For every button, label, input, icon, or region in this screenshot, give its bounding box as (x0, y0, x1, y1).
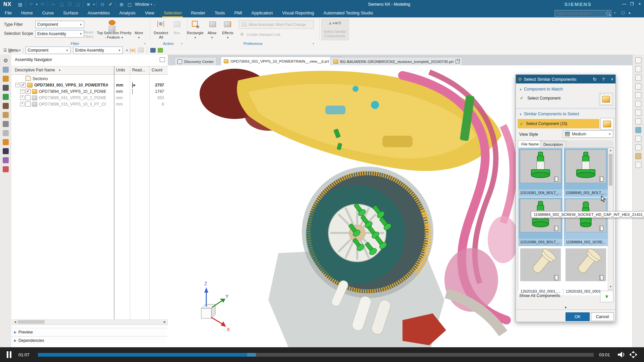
history-icon[interactable] (3, 103, 9, 109)
window-dropdown-icon[interactable]: ▾ (151, 3, 152, 6)
checkbox-checked[interactable]: ✓ (25, 89, 31, 94)
knowledge-fusion-icon[interactable] (3, 94, 9, 100)
save-icon[interactable]: ▤ (16, 1, 24, 8)
select-component-button[interactable] (599, 93, 613, 106)
scroll-down-icon[interactable]: ▼ (608, 284, 613, 289)
reuse-library-icon[interactable] (3, 121, 9, 127)
cancel-button[interactable]: Cancel (591, 312, 614, 321)
tab-curve[interactable]: Curve (38, 9, 59, 17)
tab-analysis[interactable]: Analysis (115, 9, 140, 17)
tab-pmi[interactable]: PMI (229, 9, 247, 17)
tab-file-name[interactable]: File Name (518, 140, 542, 148)
measure-icon[interactable] (635, 153, 641, 159)
show-all-components-button[interactable]: ▼ (600, 291, 613, 302)
scrollbar-thumb[interactable] (609, 154, 612, 186)
full-screen-icon[interactable]: ▢ (621, 10, 625, 15)
copy-icon[interactable]: ❏ (57, 1, 65, 8)
clip-section-icon[interactable] (635, 136, 641, 142)
annotation-pen-icon[interactable] (3, 139, 9, 145)
redo-icon[interactable]: ↷ (38, 1, 46, 8)
sort-ascending-icon[interactable]: ▲ (58, 68, 61, 71)
web-browser-icon[interactable] (3, 130, 9, 136)
dependencies-section-header[interactable]: ▶ Dependencies (11, 336, 167, 344)
paste-icon[interactable]: ❐ (65, 1, 73, 8)
tab-view[interactable]: View (140, 9, 159, 17)
tab-application[interactable]: Application (247, 9, 278, 17)
zoom-icon[interactable] (635, 57, 641, 63)
roles-gear-icon[interactable]: ⚙ (3, 58, 9, 64)
scroll-up-icon[interactable]: ▲ (608, 148, 613, 153)
preview-section-header[interactable]: ▶ Preview (11, 328, 167, 336)
checkbox-checked[interactable]: ✓ (21, 82, 26, 87)
notifications-bell-icon[interactable] (3, 85, 9, 91)
process-studio-icon[interactable] (3, 157, 9, 163)
search-input[interactable] (556, 11, 606, 16)
tab-automated-testing-studio[interactable]: Automated Testing Studio (319, 9, 378, 17)
select-component-count-row[interactable]: ✓ Select Component (15) (518, 119, 599, 128)
list-vertical-scrollbar[interactable]: ▲ ▼ (608, 148, 613, 289)
snap-point-icon[interactable]: [⊕] (130, 48, 136, 53)
component-cell[interactable]: 11519386_003_BOLT_... (519, 197, 562, 246)
top-selection-priority-button[interactable]: Top Selection Priority - Feature ▾ (97, 31, 132, 40)
deselect-all-icon[interactable]: [⊕] (157, 20, 165, 27)
fullscreen-icon[interactable] (629, 351, 637, 358)
tree-row-child[interactable]: + OPD73696_015_VPPS_10_3_PT_CONTROL... m… (11, 101, 168, 107)
menu-dropdown-icon[interactable]: ▾ (19, 49, 21, 52)
tree-row-child[interactable]: + ✓ OPD73694_045_VPPS_10_1_POWER_GEN... … (11, 88, 168, 95)
section-component-to-match[interactable]: ▼Component to Match (519, 87, 563, 92)
seek-bar[interactable] (38, 353, 594, 357)
reset-filters-button[interactable]: Reset Filters (80, 30, 97, 39)
expand-icon[interactable]: + (20, 102, 24, 106)
tab-tools[interactable]: Tools (210, 9, 229, 17)
float-window-icon[interactable] (455, 60, 460, 63)
shaded-view-icon[interactable] (150, 48, 156, 53)
pause-button[interactable] (7, 351, 12, 358)
tab-file[interactable]: File (0, 9, 16, 17)
expand-icon[interactable]: + (20, 96, 24, 100)
select-similar-button[interactable] (600, 118, 614, 130)
journal-pen-icon[interactable] (3, 148, 9, 154)
tab-powertrain-part[interactable]: OPD73693_001_VPPS_10_POWERTRAIN__view__j… (221, 57, 342, 66)
tab-gruenbruecke-part[interactable]: BG-BAUWERK-GRÜNBRÜCKE_stuetzen_komplett_… (330, 57, 463, 66)
select-component-row[interactable]: ✓ Select Component (520, 96, 560, 101)
tab-discovery-center[interactable]: Discovery Center (174, 57, 217, 66)
hamburger-icon[interactable]: ☰ (3, 48, 7, 53)
collapse-icon[interactable]: − (15, 83, 20, 87)
customize-qat-icon[interactable]: ⌄ (154, 3, 156, 6)
fit-view-icon[interactable] (635, 83, 641, 89)
multi-select-dropdown-icon[interactable]: ▾ (93, 3, 95, 6)
filter-group-dialog-icon[interactable]: ▾ (144, 42, 146, 45)
expand-icon[interactable]: + (20, 89, 24, 94)
selection-scope-dropdown[interactable]: Entire Assembly▾ (35, 30, 84, 38)
split-window-icon[interactable]: ⊞ (117, 1, 125, 8)
select-similar-components-button[interactable]: Select Similar Components (323, 29, 347, 38)
action-group-dialog-icon[interactable]: ▾ (181, 42, 182, 45)
tree-row-sections[interactable]: Sections (11, 75, 168, 82)
section-similar-components[interactable]: ▼Similar Components to Select (519, 112, 579, 116)
microphone-icon[interactable]: ⚇ (98, 1, 106, 8)
assembly-navigator-icon[interactable] (3, 67, 9, 73)
preference-group-dialog-icon[interactable]: ▾ (313, 42, 314, 45)
undo-dropdown-icon[interactable]: ▾ (36, 3, 38, 6)
component-cell[interactable]: 12620183_002_0001_... (564, 247, 608, 295)
tab-assemblies[interactable]: Assemblies (83, 9, 114, 17)
checkbox-unchecked[interactable] (25, 102, 31, 107)
close-button[interactable]: × (636, 0, 643, 8)
shaded-edges-icon[interactable] (635, 110, 641, 116)
column-name[interactable]: Descriptive Part Name (15, 68, 55, 72)
trimetric-view-icon[interactable] (635, 92, 641, 98)
view-style-dropdown[interactable]: Medium ▾ (563, 130, 613, 138)
effects-button[interactable]: Effects▾ (220, 31, 235, 40)
tab-visual-reporting[interactable]: Visual Reporting (277, 9, 319, 17)
wireframe-view-icon[interactable] (158, 48, 163, 53)
type-filter-dropdown[interactable]: Component▾ (35, 21, 84, 28)
command-search[interactable] (554, 10, 611, 17)
window-select-icon[interactable] (635, 144, 641, 150)
more-button[interactable]: More▾ (131, 31, 146, 40)
paste-special-icon[interactable]: ❑ (73, 1, 82, 8)
tab-surface[interactable]: Surface (58, 9, 83, 17)
column-read-only[interactable]: Read... (132, 68, 145, 72)
deselect-all-button[interactable]: Deselect All (152, 31, 170, 40)
menu-button[interactable]: MMenuenu (8, 48, 18, 53)
pan-icon[interactable] (635, 66, 641, 72)
